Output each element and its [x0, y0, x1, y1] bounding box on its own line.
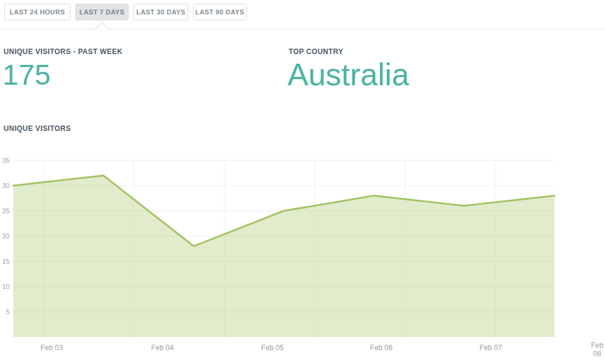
- tab-last-7-days[interactable]: LAST 7 DAYS: [75, 4, 129, 20]
- x-axis-label: Feb 07: [479, 344, 502, 352]
- area-fill: [13, 175, 554, 337]
- top-country-value: Australia: [287, 59, 409, 90]
- y-axis-tick-label: 20: [2, 232, 10, 240]
- y-axis-tick-label: 30: [2, 182, 10, 189]
- y-axis-tick-label: 5: [6, 308, 10, 315]
- x-axis-label: Feb08: [591, 341, 604, 358]
- y-axis-tick-label: 35: [2, 157, 10, 164]
- time-range-tabbar: LAST 24 HOURS LAST 7 DAYS LAST 30 DAYS L…: [4, 4, 247, 20]
- toolbar-divider: [0, 29, 605, 29]
- tab-last-90-days[interactable]: LAST 90 DAYS: [193, 4, 247, 20]
- x-axis-label: Feb 05: [261, 344, 284, 352]
- active-tab-pointer: [94, 22, 109, 36]
- unique-visitors-past-week-label: UNIQUE VISITORS - PAST WEEK: [4, 47, 123, 56]
- x-axis-label: Feb 04: [151, 344, 174, 352]
- tab-last-24-hours[interactable]: LAST 24 HOURS: [4, 4, 70, 20]
- top-country-label: TOP COUNTRY: [289, 47, 343, 56]
- x-axis-label: Feb 03: [40, 344, 63, 352]
- y-axis-tick-label: 10: [2, 283, 10, 290]
- analytics-dashboard: LAST 24 HOURS LAST 7 DAYS LAST 30 DAYS L…: [0, 0, 605, 364]
- unique-visitors-chart: 5101520253035Feb 03Feb 04Feb 05Feb 06Feb…: [0, 144, 605, 364]
- chart-title: UNIQUE VISITORS: [4, 124, 71, 133]
- tab-last-30-days[interactable]: LAST 30 DAYS: [134, 4, 188, 20]
- area-chart-svg: 5101520253035Feb 03Feb 04Feb 05Feb 06Feb…: [0, 144, 605, 364]
- y-axis-tick-label: 25: [2, 207, 10, 214]
- y-axis-tick-label: 15: [2, 258, 10, 265]
- x-axis-label: Feb 06: [370, 344, 393, 352]
- unique-visitors-past-week-value: 175: [2, 61, 51, 89]
